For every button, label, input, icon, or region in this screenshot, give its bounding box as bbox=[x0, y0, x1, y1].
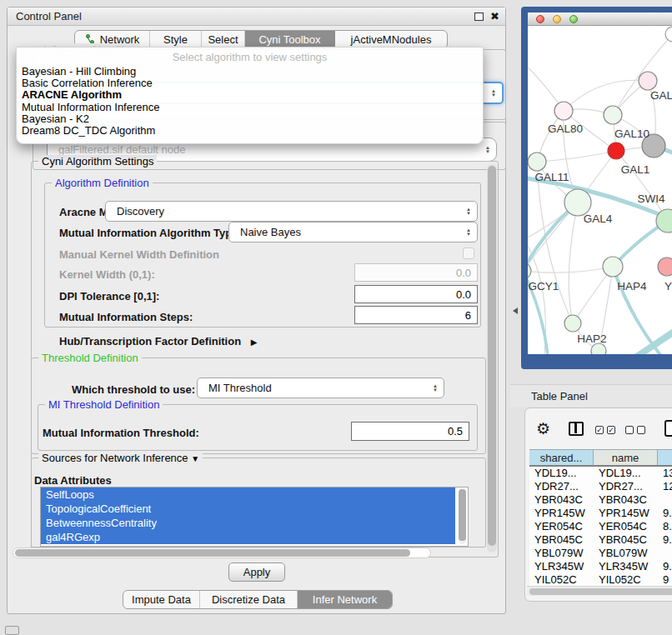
table-row[interactable]: YBR045CYBR045C9. bbox=[529, 533, 672, 547]
column-header-shared...[interactable]: shared... bbox=[529, 450, 594, 465]
node-attribute-table: shared...name YDL19...YDL19...13YDR27...… bbox=[529, 449, 672, 467]
network-window[interactable]: GALGAL80GAL10GAL1GAL11SWI4GAL4GCY1HAP4YH… bbox=[521, 7, 672, 369]
table-hscrollbar[interactable] bbox=[527, 586, 672, 596]
tab-impute-data[interactable]: Impute Data bbox=[123, 591, 200, 608]
node-label-gal10: GAL10 bbox=[614, 128, 649, 140]
table-rows: YDL19...YDL19...13YDR27...YDR27...12YBR0… bbox=[529, 467, 672, 587]
network-node-hap4[interactable] bbox=[603, 257, 623, 277]
table-row[interactable]: YDR27...YDR27...12 bbox=[529, 480, 672, 493]
minimize-window-icon[interactable] bbox=[553, 15, 561, 23]
table-cell: YBL079W bbox=[529, 547, 594, 560]
table-cell: YBR043C bbox=[594, 493, 658, 507]
table-row[interactable]: YBL079WYBL079W bbox=[529, 547, 672, 560]
table-header-row: shared...name bbox=[529, 449, 672, 467]
tab-cyni-toolbox[interactable]: Cyni Toolbox bbox=[245, 31, 335, 48]
manual-kernel-checkbox[interactable] bbox=[463, 248, 474, 259]
tab-label: Cyni Toolbox bbox=[258, 33, 320, 46]
attribute-item[interactable]: gal4RGexp bbox=[41, 530, 455, 544]
node-label-swi4: SWI4 bbox=[637, 192, 664, 205]
column-layout-icon[interactable] bbox=[569, 422, 584, 436]
table-cell: 9 bbox=[658, 573, 672, 587]
file-icon[interactable] bbox=[664, 420, 672, 437]
algorithm-definition-label: Algorithm Definition bbox=[52, 177, 153, 189]
settings-vscrollbar[interactable] bbox=[487, 164, 497, 552]
float-icon[interactable] bbox=[474, 12, 484, 21]
node-label-gal80: GAL80 bbox=[548, 122, 583, 135]
cyni-settings-group-label: Cyni Algorithm Settings bbox=[38, 155, 157, 168]
data-attributes-list[interactable]: SelfLoopsTopologicalCoefficientBetweenne… bbox=[40, 487, 469, 547]
mi-algorithm-type-combobox[interactable]: Naive Bayes ▲▼ bbox=[228, 222, 478, 242]
control-panel-title: Control Panel bbox=[8, 10, 82, 22]
table-row[interactable]: YBR043CYBR043C bbox=[529, 493, 672, 507]
network-canvas[interactable]: GALGAL80GAL10GAL1GAL11SWI4GAL4GCY1HAP4YH… bbox=[528, 26, 672, 354]
algorithm-option[interactable]: Mutual Information Inference bbox=[17, 102, 483, 113]
table-cell bbox=[658, 547, 672, 560]
table-cell: 9. bbox=[658, 507, 672, 520]
settings-hscrollbar-thumb[interactable] bbox=[15, 549, 410, 557]
tab-discretize-data[interactable]: Discretize Data bbox=[200, 591, 298, 608]
tab-label: jActiveMNodules bbox=[351, 33, 432, 46]
checked-boxes-icon[interactable]: ✓✓ bbox=[595, 426, 615, 434]
attribute-item[interactable]: SelfLoops bbox=[41, 488, 455, 502]
algorithm-option[interactable]: Basic Correlation Inference bbox=[17, 78, 483, 89]
dpi-tolerance-input[interactable] bbox=[354, 285, 478, 303]
algorithm-option[interactable]: ARACNE Algorithm bbox=[17, 89, 483, 101]
collapse-down-icon[interactable]: ▼ bbox=[191, 454, 199, 463]
which-threshold-combobox[interactable]: MI Threshold ▲▼ bbox=[197, 378, 444, 398]
table-cell: YBL079W bbox=[594, 547, 658, 560]
kernel-width-input[interactable] bbox=[354, 263, 478, 282]
attributes-vscrollbar-thumb[interactable] bbox=[459, 489, 466, 541]
settings-vscrollbar-thumb[interactable] bbox=[488, 166, 496, 546]
table-hscrollbar-thumb[interactable] bbox=[529, 588, 672, 595]
close-icon[interactable]: ✖ bbox=[490, 10, 499, 22]
node-label-gal11: GAL11 bbox=[534, 171, 569, 183]
column-header-extra[interactable] bbox=[658, 450, 672, 465]
table-cell: YBR043C bbox=[529, 493, 594, 507]
tab-style[interactable]: Style bbox=[150, 31, 202, 48]
network-node-gal11[interactable] bbox=[528, 152, 546, 171]
network-node-gal10[interactable] bbox=[604, 106, 622, 124]
tab-jactivemnodules[interactable]: jActiveMNodules bbox=[335, 31, 447, 48]
network-node-gal1[interactable] bbox=[608, 142, 624, 159]
network-window-titlebar[interactable] bbox=[528, 12, 672, 26]
unchecked-boxes-icon[interactable] bbox=[625, 426, 645, 434]
column-header-name[interactable]: name bbox=[594, 450, 658, 465]
tab-select[interactable]: Select bbox=[202, 31, 245, 48]
attribute-item[interactable]: TopologicalCoefficient bbox=[41, 502, 455, 516]
table-row[interactable]: YPR145WYPR145W9. bbox=[529, 507, 672, 520]
network-node-gal7[interactable] bbox=[639, 72, 657, 90]
table-row[interactable]: YIL052CYIL052C9 bbox=[529, 573, 672, 587]
network-node-ypink[interactable] bbox=[658, 258, 672, 276]
attributes-vscrollbar[interactable] bbox=[459, 489, 466, 544]
network-node-gal80[interactable] bbox=[554, 102, 573, 120]
mi-steps-input[interactable] bbox=[354, 306, 478, 324]
settings-hscrollbar[interactable] bbox=[13, 548, 431, 558]
hub-definition-expander[interactable]: Hub/Transcription Factor Definition ▶ bbox=[59, 335, 257, 348]
network-node-corner[interactable] bbox=[665, 27, 672, 42]
apply-button[interactable]: Apply bbox=[228, 562, 285, 582]
algorithm-option[interactable]: Bayesian - Hill Climbing bbox=[17, 66, 483, 78]
data-attributes-items: SelfLoopsTopologicalCoefficientBetweenne… bbox=[41, 488, 468, 544]
aracne-mode-combobox[interactable]: Discovery ▲▼ bbox=[105, 201, 478, 222]
zoom-window-icon[interactable] bbox=[569, 15, 578, 23]
network-node-hap2[interactable] bbox=[564, 315, 581, 332]
panel-corner-chip[interactable] bbox=[5, 626, 19, 635]
table-row[interactable]: YLR345WYLR345W9. bbox=[529, 560, 672, 573]
table-row[interactable]: YER054CYER054C8. bbox=[529, 520, 672, 533]
table-row[interactable]: YDL19...YDL19...13 bbox=[529, 467, 672, 480]
algorithm-option[interactable]: Bayesian - K2 bbox=[17, 113, 483, 125]
table-cell: 12 bbox=[658, 480, 672, 493]
tab-label: Style bbox=[163, 33, 188, 46]
attribute-item[interactable]: BetweennessCentrality bbox=[41, 516, 455, 530]
aracne-mode-value: Discovery bbox=[117, 205, 164, 218]
mi-threshold-input[interactable] bbox=[351, 422, 469, 441]
close-window-icon[interactable] bbox=[536, 15, 544, 23]
network-node-gcy1[interactable] bbox=[528, 262, 531, 279]
sources-group-label: Sources for Network Inference ▼ bbox=[38, 452, 203, 465]
algorithm-option[interactable]: Dream8 DC_TDC Algorithm bbox=[17, 125, 483, 137]
gear-icon[interactable]: ⚙ bbox=[536, 419, 550, 438]
expand-right-icon[interactable]: ▶ bbox=[251, 338, 258, 347]
bottom-tabstrip: Impute DataDiscretize DataInfer Network bbox=[123, 590, 393, 609]
tab-label: Infer Network bbox=[313, 593, 377, 606]
tab-infer-network[interactable]: Infer Network bbox=[298, 591, 392, 608]
